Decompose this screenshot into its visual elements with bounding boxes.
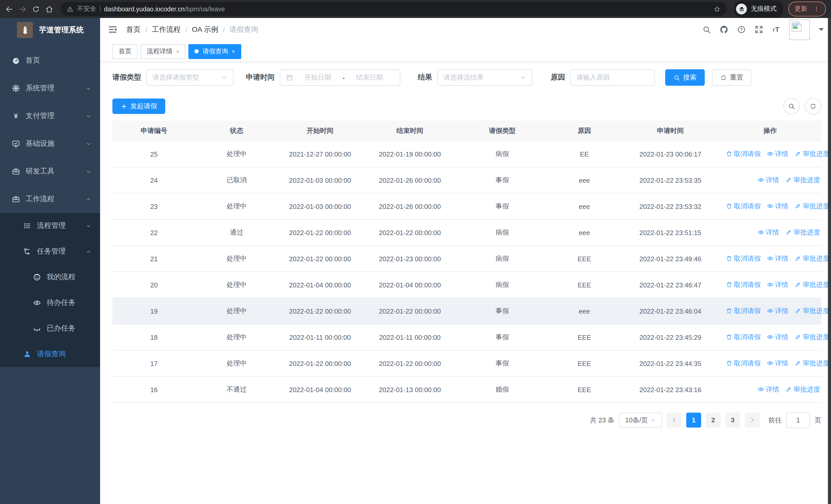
avatar[interactable] (790, 19, 810, 40)
cancel-leave-link[interactable]: 取消请假 (726, 280, 761, 290)
reset-button[interactable]: 重置 (712, 69, 751, 86)
approval-progress-link[interactable]: 审批进度 (795, 306, 829, 316)
prev-page-button[interactable] (667, 413, 682, 427)
browser-update-button[interactable]: 更新 (789, 2, 826, 17)
tab-home[interactable]: 首页 (112, 44, 138, 59)
filter-bar: 请假类型 请选择请假类型 申请时间 开始日期 - 结束日期 (112, 69, 821, 86)
page-button-3[interactable]: 3 (725, 413, 740, 427)
page-scrollbar[interactable] (828, 18, 831, 504)
browser-reload-icon[interactable] (32, 5, 40, 13)
close-icon[interactable]: × (176, 48, 179, 54)
detail-link[interactable]: 详情 (767, 149, 789, 158)
cell-status: 处理中 (196, 141, 278, 167)
column-header: 申请编号 (112, 121, 196, 141)
detail-link[interactable]: 详情 (767, 333, 789, 342)
approval-progress-link[interactable]: 审批进度 (785, 176, 820, 185)
tab-process-detail[interactable]: 流程详情× (141, 44, 185, 59)
trash-icon (726, 281, 733, 288)
page-button-2[interactable]: 2 (706, 413, 721, 427)
cancel-leave-link[interactable]: 取消请假 (726, 149, 761, 158)
sidebar-item-process-mgmt[interactable]: 流程管理 (0, 213, 100, 239)
next-page-button[interactable] (745, 413, 760, 427)
approval-progress-link[interactable]: 审批进度 (795, 280, 829, 290)
sidebar-item-dev-tools[interactable]: 研发工具 (0, 157, 100, 185)
detail-link[interactable]: 详情 (767, 306, 789, 316)
sidebar-item-todo-tasks[interactable]: 待办任务 (0, 290, 100, 316)
sidebar-item-system[interactable]: 系统管理 (0, 75, 100, 102)
browser-forward-icon[interactable] (19, 5, 27, 13)
bookmark-star-icon[interactable] (713, 5, 721, 12)
font-size-icon[interactable]: TT (772, 25, 781, 34)
close-icon[interactable]: × (232, 48, 235, 54)
table-refresh-button[interactable] (805, 98, 821, 114)
fullscreen-icon[interactable] (754, 25, 763, 34)
browser-menu-icon[interactable] (813, 6, 820, 12)
cell-applied: 2022-01-22 23:53:32 (622, 193, 719, 219)
sidebar-item-leave-query[interactable]: 请假查询 (0, 341, 100, 367)
sidebar-item-home[interactable]: 首页 (0, 47, 100, 75)
approval-progress-link[interactable]: 审批进度 (785, 385, 820, 394)
cell-type: 婚假 (457, 377, 547, 403)
help-icon[interactable]: ? (737, 25, 746, 34)
result-select[interactable]: 请选择流结果 (437, 69, 532, 86)
chevron-down-icon (221, 75, 227, 81)
cell-start: 2022-01-03 00:00:00 (278, 167, 362, 193)
approval-progress-link[interactable]: 审批进度 (795, 333, 829, 342)
browser-home-icon[interactable] (45, 5, 53, 13)
detail-link[interactable]: 详情 (757, 176, 779, 185)
breadcrumb-item[interactable]: OA 示例 (192, 25, 219, 34)
sidebar-item-my-process[interactable]: 我的流程 (0, 264, 100, 290)
tab-label: 流程详情 (147, 47, 172, 56)
detail-link[interactable]: 详情 (767, 202, 789, 211)
sidebar-item-infrastructure[interactable]: 基础设施 (0, 130, 100, 157)
cell-actions: 取消请假详情审批进度 (719, 324, 821, 350)
reason-input[interactable]: 请输入原因 (570, 69, 655, 86)
cell-reason: eee (547, 298, 622, 324)
create-leave-button[interactable]: 发起请假 (112, 98, 165, 114)
search-button[interactable]: 搜索 (665, 69, 705, 86)
search-icon[interactable] (702, 25, 711, 34)
page-button-1[interactable]: 1 (686, 413, 701, 427)
cancel-leave-link[interactable]: 取消请假 (726, 254, 761, 263)
table-search-toggle-button[interactable] (783, 98, 800, 114)
detail-link[interactable]: 详情 (757, 228, 779, 237)
detail-link[interactable]: 详情 (767, 254, 789, 263)
approval-progress-link[interactable]: 审批进度 (795, 254, 829, 263)
github-icon[interactable] (720, 25, 728, 34)
sidebar-collapse-icon[interactable] (108, 25, 118, 34)
detail-link[interactable]: 详情 (767, 280, 789, 290)
breadcrumb-item[interactable]: 请假查询 (229, 25, 258, 34)
cancel-leave-link[interactable]: 取消请假 (726, 202, 761, 211)
approval-progress-link[interactable]: 审批进度 (785, 228, 820, 237)
tab-leave-query[interactable]: 请假查询× (189, 44, 241, 59)
cell-id: 19 (112, 298, 196, 324)
breadcrumb-item[interactable]: 首页 (126, 25, 141, 34)
breadcrumb-separator: / (223, 25, 225, 34)
cancel-leave-link[interactable]: 取消请假 (726, 306, 761, 316)
cancel-leave-link[interactable]: 取消请假 (726, 359, 761, 368)
approval-progress-link[interactable]: 审批进度 (795, 202, 829, 211)
apply-time-range-picker[interactable]: 开始日期 - 结束日期 (280, 69, 400, 86)
breadcrumb-separator: / (185, 25, 188, 34)
detail-link[interactable]: 详情 (757, 385, 779, 394)
breadcrumb-item[interactable]: 工作流程 (152, 25, 181, 34)
cancel-leave-link[interactable]: 取消请假 (726, 333, 761, 342)
sidebar-item-workflow[interactable]: 工作流程 (0, 185, 100, 213)
cell-type: 病假 (457, 141, 547, 167)
page-size-select[interactable]: 10条/页 (619, 413, 662, 427)
approval-progress-link[interactable]: 审批进度 (795, 149, 829, 158)
sidebar-item-payment[interactable]: ¥支付管理 (0, 102, 100, 130)
browser-back-icon[interactable] (5, 5, 13, 13)
avatar-caret-icon[interactable] (819, 28, 824, 33)
detail-link[interactable]: 详情 (767, 359, 789, 368)
goto-page-input[interactable] (786, 412, 810, 428)
leave-type-select[interactable]: 请选择请假类型 (146, 69, 233, 86)
list-icon (23, 222, 31, 230)
sidebar-item-task-mgmt[interactable]: 任务管理 (0, 239, 100, 264)
sidebar-item-done-tasks[interactable]: 已办任务 (0, 316, 100, 341)
toolbox-icon (12, 195, 20, 203)
approval-progress-link[interactable]: 审批进度 (795, 359, 829, 368)
app-title: 芋道管理系统 (39, 25, 84, 35)
address-bar[interactable]: 不安全 dashboard.yudao.iocoder.cn/bpm/oa/le… (61, 2, 727, 16)
cell-type: 事假 (457, 167, 547, 193)
